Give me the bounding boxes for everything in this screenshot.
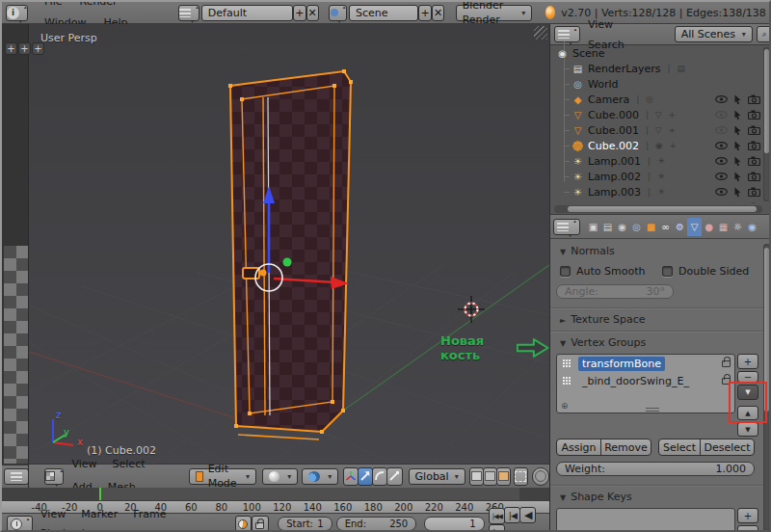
add-shape-key-button[interactable]: + xyxy=(737,508,758,523)
use-preview-range-button[interactable] xyxy=(235,516,252,532)
image-editor-sliver[interactable] xyxy=(2,24,29,488)
add-vertex-group-button[interactable]: + xyxy=(737,354,758,369)
menu-item[interactable]: Mesh xyxy=(100,476,144,488)
renderability-camera-icon[interactable] xyxy=(748,125,760,135)
menu-item[interactable]: Select xyxy=(105,453,153,476)
expand-region-button[interactable]: + xyxy=(5,42,17,55)
properties-tab[interactable] xyxy=(615,218,629,236)
pivot-point-select[interactable] xyxy=(302,468,338,485)
editor-type-3dview-button[interactable] xyxy=(44,468,64,485)
renderability-camera-icon[interactable] xyxy=(748,202,760,203)
screen-layout-icon-button[interactable] xyxy=(178,5,199,21)
lock-icon[interactable] xyxy=(722,360,731,367)
translate-manipulator-button[interactable] xyxy=(358,467,373,486)
visibility-eye-icon[interactable] xyxy=(715,95,728,103)
current-frame-field[interactable]: 1 xyxy=(424,517,484,531)
angle-slider[interactable]: Angle:30° xyxy=(556,284,674,299)
menu-item[interactable]: Frame xyxy=(125,505,173,524)
lock-icon[interactable] xyxy=(722,378,731,385)
vertex-group-specials-button[interactable]: ▼ xyxy=(737,385,758,400)
playback-button[interactable] xyxy=(504,507,520,523)
manipulator-toggle-button[interactable] xyxy=(343,467,359,486)
selectability-cursor-icon[interactable] xyxy=(733,202,742,204)
renderability-camera-icon[interactable] xyxy=(748,110,760,120)
properties-tab[interactable] xyxy=(629,218,644,236)
remove-vertex-group-button[interactable]: − xyxy=(737,371,758,383)
delete-layout-button[interactable]: ✕ xyxy=(306,5,319,21)
add-scene-button[interactable]: + xyxy=(418,5,431,21)
lock-time-button[interactable] xyxy=(252,516,268,532)
shape-keys-section-header[interactable]: ▼Shape Keys xyxy=(560,491,632,503)
editor-type-properties-button[interactable] xyxy=(553,219,580,235)
playback-button[interactable] xyxy=(489,508,505,524)
expand-properties-region-button[interactable]: + xyxy=(32,42,44,55)
properties-tab[interactable] xyxy=(600,218,615,236)
selectability-cursor-icon[interactable] xyxy=(733,125,742,136)
properties-tab[interactable] xyxy=(644,218,658,236)
mode-select[interactable]: Edit Mode xyxy=(189,468,256,485)
transform-orientation-select[interactable]: Global xyxy=(409,468,465,485)
select-button[interactable]: Select xyxy=(658,439,701,456)
scene-field[interactable]: Scene xyxy=(349,5,418,21)
screen-layout-field[interactable]: Default xyxy=(201,5,293,21)
limit-to-visible-button[interactable] xyxy=(514,467,528,486)
vertex-select-mode-button[interactable] xyxy=(469,467,484,486)
menu-item[interactable]: Playback xyxy=(33,524,95,532)
vertex-group-row[interactable]: _bind_doorSwing_E_ xyxy=(557,372,734,389)
selectability-cursor-icon[interactable] xyxy=(733,172,742,182)
list-resize-grip[interactable] xyxy=(646,408,659,412)
visibility-eye-icon[interactable] xyxy=(715,173,728,180)
scale-manipulator-button[interactable] xyxy=(386,467,402,486)
visibility-eye-icon[interactable] xyxy=(715,111,728,119)
timeline-track[interactable] xyxy=(2,488,549,500)
list-filter-toggle-icon[interactable]: ⊕ xyxy=(561,401,569,411)
proportional-edit-button[interactable] xyxy=(532,467,549,486)
outliner-row[interactable]: Camera | ◎ xyxy=(550,92,766,107)
current-frame-line[interactable] xyxy=(99,488,101,500)
properties-vertical-scrollbar[interactable] xyxy=(763,244,770,531)
scene-icon-button[interactable] xyxy=(329,5,347,21)
renderability-camera-icon[interactable] xyxy=(748,94,760,104)
outliner-vertical-scrollbar[interactable] xyxy=(763,47,770,201)
visibility-eye-icon[interactable] xyxy=(715,188,728,196)
playback-button[interactable] xyxy=(519,507,536,523)
renderability-camera-icon[interactable] xyxy=(748,187,760,197)
menu-item[interactable]: View xyxy=(33,505,73,524)
outliner-row[interactable]: Lamp.001 | ☀ xyxy=(550,153,766,169)
menu-item[interactable]: Add xyxy=(64,476,99,488)
renderability-camera-icon[interactable] xyxy=(748,172,760,181)
properties-tab[interactable] xyxy=(745,218,759,236)
renderability-camera-icon[interactable] xyxy=(748,141,760,150)
outliner-row[interactable]: Lamp.002 | ☀ xyxy=(550,169,766,184)
outliner-row[interactable]: World xyxy=(550,76,766,92)
expand-toolshelf-button[interactable]: + xyxy=(18,42,31,55)
outliner-horizontal-scrollbar[interactable] xyxy=(554,205,762,213)
auto-smooth-checkbox[interactable]: Auto Smooth xyxy=(560,265,645,278)
outliner-row[interactable]: Scene xyxy=(550,45,766,61)
remove-shape-key-button[interactable]: − xyxy=(737,525,758,532)
3d-viewport[interactable]: User Persp z y x (1) Cube.002 Новая кост… xyxy=(29,24,549,488)
selectability-cursor-icon[interactable] xyxy=(733,141,742,151)
editor-type-info-button[interactable]: i xyxy=(6,5,28,21)
manipulator-y-handle[interactable] xyxy=(283,258,292,267)
vertex-groups-section-header[interactable]: ▼Vertex Groups xyxy=(560,336,646,349)
remove-button[interactable]: Remove xyxy=(600,439,651,456)
menu-item[interactable]: Marker xyxy=(73,505,125,524)
properties-tab[interactable] xyxy=(687,218,702,236)
deselect-button[interactable]: Deselect xyxy=(700,439,755,456)
selectability-cursor-icon[interactable] xyxy=(733,94,742,105)
rotate-manipulator-button[interactable] xyxy=(372,467,387,486)
properties-tab[interactable] xyxy=(702,218,716,236)
properties-tab[interactable] xyxy=(586,218,600,236)
face-select-mode-button[interactable] xyxy=(496,467,511,486)
properties-tab[interactable] xyxy=(716,218,731,236)
normals-section-header[interactable]: ▼Normals xyxy=(560,245,615,257)
edge-select-mode-button[interactable] xyxy=(483,467,497,486)
visibility-eye-icon[interactable] xyxy=(715,126,728,134)
delete-scene-button[interactable]: ✕ xyxy=(432,5,444,21)
menu-item[interactable]: View xyxy=(64,453,104,476)
outliner-row[interactable]: Cube.000 | ▽ + xyxy=(550,107,766,122)
outliner-search-icon-button[interactable]: ⌕ xyxy=(757,26,771,42)
outliner-filter-select[interactable]: All Scenes xyxy=(675,26,753,42)
area-resize-corner[interactable] xyxy=(534,26,547,40)
